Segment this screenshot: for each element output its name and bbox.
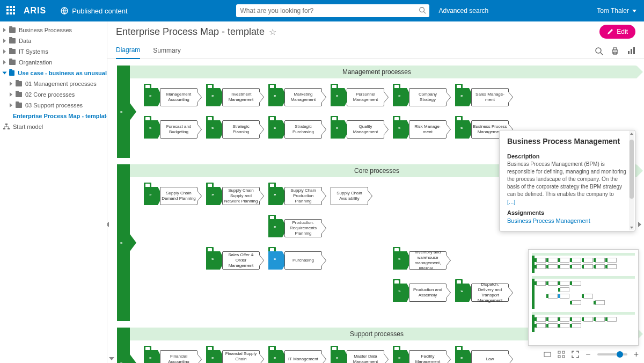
sidebar-item-it-systems[interactable]: IT Systems bbox=[0, 46, 107, 57]
process-node[interactable]: »Marketing Management bbox=[268, 84, 322, 111]
process-node[interactable]: »Forecast and Budgeting bbox=[144, 116, 197, 143]
zoom-slider[interactable] bbox=[597, 353, 627, 355]
global-header: ARIS Published content Advanced search T… bbox=[0, 0, 644, 21]
popover-assignment-link[interactable]: Business Process Management bbox=[507, 217, 590, 224]
process-box: Supply Chain Demand Planning bbox=[160, 187, 197, 205]
process-node-plain[interactable]: Supply Chain Availability bbox=[331, 187, 368, 205]
process-label: Marketing Management bbox=[286, 92, 320, 103]
process-node[interactable]: »Production-Requirements Planning bbox=[268, 215, 322, 242]
process-node[interactable]: »Strategic Planning bbox=[206, 116, 260, 143]
print-icon[interactable] bbox=[611, 47, 619, 55]
process-node[interactable]: »Supply Chain Supply and Network Plannin… bbox=[206, 183, 260, 209]
process-node[interactable]: »Investment Management bbox=[206, 84, 260, 111]
tab-diagram[interactable]: Diagram bbox=[116, 42, 140, 59]
sidebar-item-03-support[interactable]: 03 Support processes bbox=[0, 100, 107, 111]
process-node[interactable]: »Company Strategy bbox=[393, 84, 447, 111]
process-box: IT Management bbox=[284, 350, 322, 363]
process-chevron-icon: » bbox=[393, 284, 407, 302]
popover-description-heading: Description bbox=[507, 153, 627, 159]
edit-button[interactable]: Edit bbox=[599, 25, 635, 39]
user-menu[interactable]: Tom Thaler bbox=[597, 7, 636, 14]
process-node[interactable]: »Sales Manage- ment bbox=[455, 84, 509, 111]
popover-more-link[interactable]: [...] bbox=[507, 199, 515, 205]
process-chevron-icon: » bbox=[206, 187, 220, 205]
process-chevron-icon: » bbox=[268, 187, 282, 205]
chevron-left-icon bbox=[107, 222, 109, 227]
minimap[interactable] bbox=[528, 249, 639, 346]
popover-assignments-heading: Assignments bbox=[507, 209, 627, 216]
process-node[interactable]: »Facility Management bbox=[393, 346, 447, 363]
sidebar-item-use-case[interactable]: Use case - business as unusual bbox=[0, 68, 107, 78]
zoom-in-button[interactable]: + bbox=[634, 351, 639, 358]
sidebar-item-02-core[interactable]: 02 Core processes bbox=[0, 89, 107, 100]
process-box: Company Strategy bbox=[409, 88, 447, 106]
process-label: Strategic Purchasing bbox=[286, 124, 320, 135]
fullscreen-icon[interactable] bbox=[572, 351, 579, 358]
collapse-bottom-button[interactable] bbox=[107, 354, 116, 363]
process-node[interactable]: »Risk Manage- ment bbox=[393, 116, 447, 143]
app-launcher-icon[interactable] bbox=[6, 6, 16, 16]
search-icon[interactable] bbox=[419, 6, 426, 14]
sidebar-item-organization[interactable]: Organization bbox=[0, 57, 107, 68]
svg-rect-18 bbox=[558, 351, 560, 353]
chevron-left-icon bbox=[638, 222, 641, 227]
process-node[interactable]: »Purchasing bbox=[268, 247, 322, 274]
process-box: Marketing Management bbox=[284, 88, 322, 106]
process-node[interactable]: »Sales Offer & Order Management bbox=[206, 247, 260, 274]
find-icon[interactable] bbox=[595, 47, 603, 55]
process-label: Personnel Management bbox=[348, 92, 383, 103]
svg-rect-16 bbox=[633, 47, 635, 54]
search-input[interactable] bbox=[236, 4, 429, 17]
process-node[interactable]: »Quality Management bbox=[331, 116, 384, 143]
process-node[interactable]: »Law bbox=[455, 346, 509, 363]
sidebar-item-label: Enterprise Process Map - template bbox=[13, 111, 107, 121]
sidebar-item-data[interactable]: Data bbox=[0, 35, 107, 46]
diagram-canvas[interactable]: Management processes » »Management Accou… bbox=[107, 59, 644, 363]
process-node[interactable]: »Financial Supply Chain Management bbox=[206, 346, 260, 363]
process-node[interactable]: »Financial Accounting bbox=[144, 346, 197, 363]
process-node[interactable]: »IT Management bbox=[268, 346, 322, 363]
process-node[interactable]: »Personnel Management bbox=[331, 84, 384, 111]
collapse-right-button[interactable] bbox=[635, 220, 644, 229]
advanced-search-link[interactable]: Advanced search bbox=[439, 7, 489, 14]
process-label: Supply Chain Supply and Network Planning bbox=[224, 188, 258, 204]
sidebar-item-label: 02 Core processes bbox=[25, 89, 75, 100]
page-title: Enterprise Process Map - template bbox=[116, 26, 265, 38]
sidebar-item-business-processes[interactable]: Business Processes bbox=[0, 25, 107, 35]
zoom-out-button[interactable]: − bbox=[586, 351, 590, 358]
zoom-slider-thumb[interactable] bbox=[617, 351, 623, 358]
process-box: Investment Management bbox=[222, 88, 260, 106]
fit-width-icon[interactable] bbox=[544, 351, 551, 358]
popover-scrollbar[interactable] bbox=[629, 131, 634, 230]
collapse-sidebar-button[interactable] bbox=[107, 220, 112, 229]
process-node[interactable]: »Supply Chain Production Planning bbox=[268, 183, 322, 209]
sidebar-item-start-model[interactable]: Start model bbox=[0, 121, 107, 132]
process-chevron-icon: » bbox=[206, 251, 220, 270]
process-label: Production-Requirements Planning bbox=[286, 220, 320, 236]
process-box: Risk Manage- ment bbox=[409, 120, 447, 139]
chart-icon[interactable] bbox=[627, 47, 635, 55]
process-node[interactable]: »Production and Assembly bbox=[393, 279, 447, 306]
process-chevron-icon: » bbox=[455, 284, 469, 302]
title-row: Enterprise Process Map - template ☆ Edit bbox=[107, 21, 644, 39]
tab-summary[interactable]: Summary bbox=[153, 42, 180, 59]
lane-header: Management processes bbox=[117, 66, 636, 78]
chevron-down-icon bbox=[109, 357, 114, 360]
process-box: Master Data Management bbox=[347, 350, 384, 363]
process-node[interactable]: »Dispatch, Delivery and Transport Manage… bbox=[455, 279, 509, 306]
process-node[interactable]: »Master Data Management bbox=[331, 346, 384, 363]
process-label: Master Data Management bbox=[348, 354, 383, 363]
process-node[interactable]: »Supply Chain Demand Planning bbox=[144, 183, 197, 209]
favorite-icon[interactable]: ☆ bbox=[269, 27, 276, 37]
process-node[interactable]: »Strategic Purchasing bbox=[268, 116, 322, 143]
process-box: Management Accounting bbox=[160, 88, 197, 106]
process-chevron-icon: » bbox=[144, 350, 158, 363]
process-label: Quality Management bbox=[348, 124, 383, 135]
sidebar-item-01-management[interactable]: 01 Management processes bbox=[0, 78, 107, 89]
process-node[interactable]: »Management Accounting bbox=[144, 84, 197, 111]
sidebar-item-label: Business Processes bbox=[19, 25, 72, 35]
sidebar-item-enterprise-process-map[interactable]: Enterprise Process Map - template bbox=[0, 111, 107, 121]
fit-all-icon[interactable] bbox=[558, 351, 565, 358]
published-content-nav[interactable]: Published content bbox=[60, 6, 127, 15]
process-node[interactable]: »Inventory and warehouse management, int… bbox=[393, 247, 447, 274]
